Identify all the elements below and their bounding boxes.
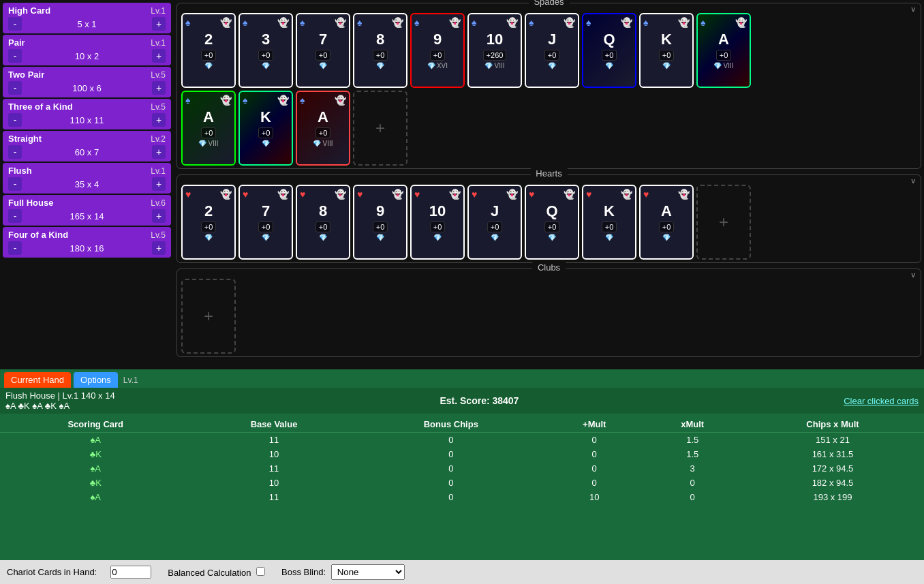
card[interactable]: ♠ 👻 K +0 💎 xyxy=(238,91,293,166)
hand-minus-button[interactable]: - xyxy=(8,145,22,159)
hand-lv: Lv.1 xyxy=(151,38,166,48)
hearts-v: v xyxy=(912,176,916,185)
add-card-button[interactable]: + xyxy=(696,185,751,260)
scoring-cell: 0 xyxy=(643,490,741,504)
hand-plus-button[interactable]: + xyxy=(152,145,166,159)
card-ghost-icon: 👻 xyxy=(621,189,632,200)
card[interactable]: ♠ 👻 9 +0 💎XVI xyxy=(410,13,465,88)
hand-minus-button[interactable]: - xyxy=(8,113,22,127)
card[interactable]: ♥ 👻 K +0 💎 xyxy=(582,185,636,260)
balanced-checkbox[interactable] xyxy=(256,567,265,576)
gem-icon: 💎 xyxy=(262,62,270,70)
card-value: 3 xyxy=(262,31,270,48)
hand-lv: Lv.5 xyxy=(151,230,166,240)
card-value: K xyxy=(260,108,271,126)
scoring-row: ♠A11003172 x 94.5 xyxy=(0,461,924,476)
card[interactable]: ♥ 👻 10 +0 💎 xyxy=(410,185,465,260)
hand-score: 60 x 7 xyxy=(75,147,99,157)
card-bonus: +0 xyxy=(315,50,331,61)
gem-icon: 💎 xyxy=(262,140,270,147)
card-bonus: +0 xyxy=(602,221,617,232)
hand-lv: Lv.5 xyxy=(151,102,166,112)
scoring-cell: 172 x 94.5 xyxy=(741,461,924,476)
hand-plus-button[interactable]: + xyxy=(152,177,166,191)
card[interactable]: ♠ 👻 A +0 💎VIII xyxy=(296,91,350,166)
hand-minus-button[interactable]: - xyxy=(8,177,22,191)
card[interactable]: ♠ 👻 Q +0 💎 xyxy=(582,13,636,88)
gem-icon: 💎 xyxy=(548,234,556,241)
card[interactable]: ♥ 👻 A +0 💎 xyxy=(639,185,694,260)
hand-minus-button[interactable]: - xyxy=(8,17,22,31)
card[interactable]: ♠ 👻 8 +0 💎 xyxy=(353,13,407,88)
card-bonus: +0 xyxy=(487,221,503,232)
scoring-card-name: ♠A xyxy=(0,490,191,504)
card[interactable]: ♥ 👻 7 +0 💎 xyxy=(238,185,293,260)
card[interactable]: ♥ 👻 Q +0 💎 xyxy=(525,185,579,260)
gem-icon: 💎 xyxy=(376,234,384,241)
hand-minus-button[interactable]: - xyxy=(8,81,22,95)
tab-current-hand[interactable]: Current Hand xyxy=(4,372,71,388)
card[interactable]: ♥ 👻 J +0 💎 xyxy=(467,185,522,260)
add-card-button[interactable]: + xyxy=(353,91,407,166)
scoring-cell: 10 xyxy=(545,490,644,504)
card[interactable]: ♠ 👻 3 +0 💎 xyxy=(238,13,293,88)
scoring-card-name: ♣K xyxy=(0,447,191,461)
hand-plus-button[interactable]: + xyxy=(152,17,166,31)
card[interactable]: ♠ 👻 A +0 💎VIII xyxy=(181,91,236,166)
card-bonus: +0 xyxy=(659,50,675,61)
card-value: A xyxy=(318,108,328,126)
card-level: 💎VIII xyxy=(713,62,733,70)
card[interactable]: ♠ 👻 J +0 💎 xyxy=(525,13,579,88)
card-bonus: +0 xyxy=(201,127,217,138)
hand-plus-button[interactable]: + xyxy=(152,49,166,63)
card-suit-icon: ♠ xyxy=(472,17,476,28)
scoring-col-header: Bonus Chips xyxy=(357,416,545,433)
hand-label: Three of a Kind xyxy=(8,102,73,112)
scoring-row: ♣K10001.5161 x 31.5 xyxy=(0,447,924,461)
card-ghost-icon: 👻 xyxy=(506,189,518,200)
card[interactable]: ♠ 👻 A +0 💎VIII xyxy=(696,13,751,88)
hand-lv: Lv.5 xyxy=(151,70,166,80)
hand-row-straight: Straight Lv.2 - 60 x 7 + xyxy=(3,131,171,162)
card[interactable]: ♠ 👻 K +0 💎 xyxy=(639,13,694,88)
scoring-cell: 0 xyxy=(357,433,545,448)
card-ghost-icon: 👻 xyxy=(449,17,461,28)
chariot-label: Chariot Cards in Hand: xyxy=(7,567,97,577)
card-suit-icon: ♠ xyxy=(700,17,705,28)
hand-cards: ♠A ♣K ♠A ♣K ♠A xyxy=(5,401,115,411)
card-value: A xyxy=(718,31,729,48)
chariot-input[interactable] xyxy=(110,566,151,579)
add-card-button[interactable]: + xyxy=(181,279,236,354)
card-bonus: +260 xyxy=(483,50,507,61)
card[interactable]: ♠ 👻 7 +0 💎 xyxy=(296,13,350,88)
card-level: 💎 xyxy=(548,62,556,70)
gem-icon: 💎 xyxy=(605,62,613,70)
card[interactable]: ♠ 👻 2 +0 💎 xyxy=(181,13,236,88)
card[interactable]: ♥ 👻 8 +0 💎 xyxy=(296,185,350,260)
scoring-cell: 11 xyxy=(191,433,356,448)
hand-minus-button[interactable]: - xyxy=(8,209,22,223)
tab-options[interactable]: Options xyxy=(74,372,118,388)
hand-plus-button[interactable]: + xyxy=(152,81,166,95)
scoring-cell: 10 xyxy=(191,447,356,461)
clubs-v: v xyxy=(912,271,916,279)
card-suit-icon: ♠ xyxy=(185,95,190,106)
card-bonus: +0 xyxy=(258,50,274,61)
hand-minus-button[interactable]: - xyxy=(8,241,22,255)
card-value: A xyxy=(203,108,214,126)
card-level: 💎 xyxy=(376,234,384,241)
card-ghost-icon: 👻 xyxy=(277,189,289,200)
clear-clicked-cards-button[interactable]: Clear clicked cards xyxy=(844,396,919,406)
card[interactable]: ♥ 👻 2 +0 💎 xyxy=(181,185,236,260)
hand-plus-button[interactable]: + xyxy=(152,113,166,127)
hand-plus-button[interactable]: + xyxy=(152,209,166,223)
boss-blind-select[interactable]: NoneThe OxThe HouseThe WallThe WheelThe … xyxy=(331,564,405,580)
bottom-panel: Current Hand Options Lv.1 Flush House | … xyxy=(0,369,924,560)
gem-icon: 💎 xyxy=(204,62,213,70)
hand-minus-button[interactable]: - xyxy=(8,49,22,63)
card[interactable]: ♠ 👻 10 +260 💎VIII xyxy=(467,13,522,88)
card[interactable]: ♥ 👻 9 +0 💎 xyxy=(353,185,407,260)
hand-plus-button[interactable]: + xyxy=(152,241,166,255)
card-value: J xyxy=(548,31,556,48)
sidebar: High Card Lv.1 - 5 x 1 + Pair Lv.1 - 10 … xyxy=(0,0,174,369)
